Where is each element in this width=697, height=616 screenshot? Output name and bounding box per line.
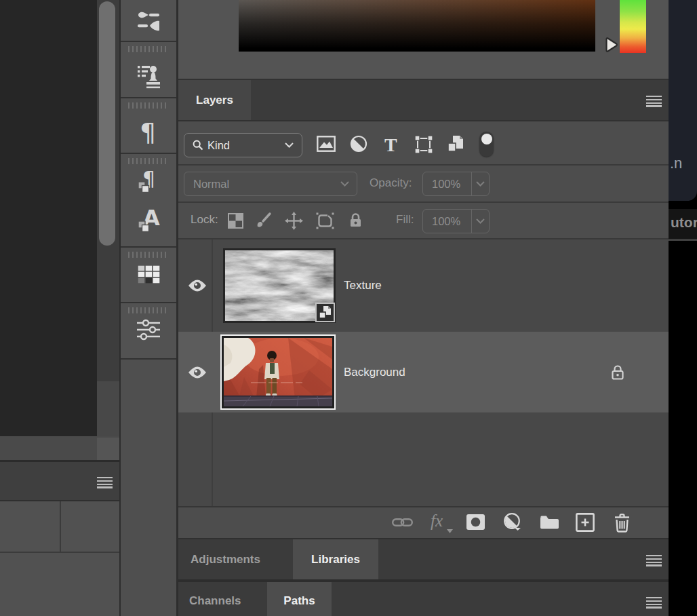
channels-panel-menu-icon[interactable] — [646, 597, 662, 610]
left-panel-header — [0, 462, 119, 500]
blend-mode-row: Normal Opacity: 100% — [178, 166, 669, 201]
left-status-strip — [0, 436, 119, 460]
layers-bottom-toolbar: fx — [178, 507, 669, 538]
hue-slider[interactable] — [620, 0, 646, 53]
panel-gripper[interactable] — [128, 307, 169, 313]
right-background-strip: .n utor — [669, 0, 697, 616]
opacity-value-box[interactable]: 100% — [422, 172, 490, 196]
fill-value-box[interactable]: 100% — [422, 209, 490, 233]
icon-strip-footer — [121, 360, 176, 616]
scrollbar-track-lower — [97, 381, 119, 436]
lock-pixels-brush-icon[interactable] — [254, 212, 273, 229]
panel-gripper[interactable] — [128, 252, 169, 258]
lock-artboard-icon[interactable] — [315, 212, 334, 229]
lock-position-icon[interactable] — [284, 211, 303, 230]
layer-style-fx-icon[interactable]: fx — [431, 512, 454, 535]
layer-thumbnail-texture[interactable] — [223, 248, 336, 323]
blend-mode-dropdown[interactable]: Normal — [184, 172, 357, 196]
layer-name: Background — [344, 366, 405, 379]
lock-all-icon[interactable] — [347, 211, 363, 230]
fx-label: fx — [431, 512, 443, 530]
kind-filter-label: Kind — [207, 139, 230, 152]
new-adjustment-layer-icon[interactable] — [503, 513, 523, 532]
filter-toggle[interactable] — [479, 132, 494, 157]
paragraph-panel-icon[interactable]: ¶ — [137, 117, 160, 145]
layer-row-texture[interactable]: Texture — [178, 239, 669, 331]
background-window: .n — [669, 0, 697, 201]
adjustments-libraries-tabbar: Adjustments Libraries — [178, 539, 669, 579]
fill-value: 100% — [432, 215, 460, 228]
brush-settings-panel-icon[interactable] — [136, 8, 161, 33]
panel-gripper[interactable] — [128, 158, 169, 164]
character-styles-panel-icon[interactable]: A — [137, 205, 160, 233]
tab-layers-label: Layers — [196, 94, 233, 107]
new-group-folder-icon[interactable] — [539, 514, 559, 529]
background-window-text: .n — [670, 155, 682, 172]
tab-libraries-label: Libraries — [311, 553, 360, 566]
divider — [121, 246, 176, 248]
tab-paths[interactable]: Paths — [267, 582, 332, 616]
layer-thumbnail-background[interactable] — [220, 334, 336, 410]
background-lock-icon[interactable] — [610, 362, 626, 381]
left-status-block — [97, 438, 119, 460]
panel-menu-icon[interactable] — [97, 477, 113, 490]
filter-pixel-layers-icon[interactable] — [316, 135, 336, 153]
divider — [121, 302, 176, 303]
visibility-eye-icon[interactable] — [186, 365, 208, 380]
tab-libraries[interactable]: Libraries — [293, 539, 378, 579]
filter-toggle-knob — [481, 134, 492, 145]
filter-type-layers-icon[interactable]: T — [381, 134, 400, 153]
divider — [121, 41, 176, 42]
paragraph-styles-panel-icon[interactable]: ¶ — [137, 167, 160, 194]
left-panel-body — [0, 553, 119, 616]
opacity-label: Opacity: — [370, 176, 412, 190]
grid-panel-icon[interactable] — [137, 265, 161, 285]
filter-shape-layers-icon[interactable] — [414, 134, 434, 155]
fill-label: Fill: — [396, 213, 414, 227]
properties-sliders-panel-icon[interactable] — [136, 319, 161, 341]
clone-source-panel-icon[interactable] — [136, 62, 161, 90]
layer-row-background[interactable]: Background — [178, 332, 669, 412]
layer-name: Texture — [344, 279, 382, 292]
panel-icon-strip: ¶ ¶ A — [121, 0, 176, 616]
visibility-eye-icon[interactable] — [186, 278, 208, 293]
svg-text:¶: ¶ — [140, 117, 156, 145]
lock-transparency-icon[interactable] — [226, 212, 244, 229]
divider — [60, 501, 61, 552]
left-button-row[interactable] — [0, 501, 119, 552]
tab-adjustments[interactable]: Adjustments — [178, 539, 293, 579]
new-layer-icon[interactable] — [575, 512, 595, 533]
divider — [669, 239, 697, 241]
link-layers-icon[interactable] — [391, 516, 413, 528]
adjustments-panel-menu-icon[interactable] — [646, 555, 662, 568]
kind-filter-dropdown[interactable]: Kind — [184, 133, 302, 157]
hue-slider-arrow[interactable] — [605, 36, 619, 54]
lock-row: Lock: — [178, 203, 669, 238]
divider — [121, 358, 176, 360]
chevron-down-icon — [476, 218, 485, 224]
filter-adjustment-layers-icon[interactable] — [349, 134, 368, 153]
delete-layer-trash-icon[interactable] — [612, 512, 631, 533]
divider — [121, 153, 176, 154]
color-field[interactable] — [239, 0, 595, 52]
tab-layers[interactable]: Layers — [178, 80, 251, 120]
scrollbar-thumb[interactable] — [99, 1, 115, 246]
opacity-value: 100% — [432, 178, 460, 191]
photoshop-workspace: ¶ ¶ A — [0, 0, 697, 616]
add-layer-mask-icon[interactable] — [466, 514, 485, 530]
tab-paths-label: Paths — [283, 594, 315, 607]
channels-paths-tabbar: Channels Paths — [178, 582, 669, 616]
filter-smart-objects-icon[interactable] — [446, 134, 465, 154]
panel-gripper[interactable] — [128, 102, 169, 109]
layers-panel-header: Layers — [178, 80, 669, 120]
search-icon — [193, 140, 203, 151]
chevron-down-icon — [340, 181, 349, 187]
color-panel-area — [178, 0, 669, 79]
canvas-area — [0, 0, 97, 436]
chevron-down-icon — [285, 142, 294, 148]
tab-channels[interactable]: Channels — [178, 582, 267, 616]
layer-filter-row: Kind T — [178, 121, 669, 164]
divider — [121, 97, 176, 98]
panel-gripper[interactable] — [128, 46, 169, 52]
layers-panel-menu-icon[interactable] — [646, 96, 662, 109]
